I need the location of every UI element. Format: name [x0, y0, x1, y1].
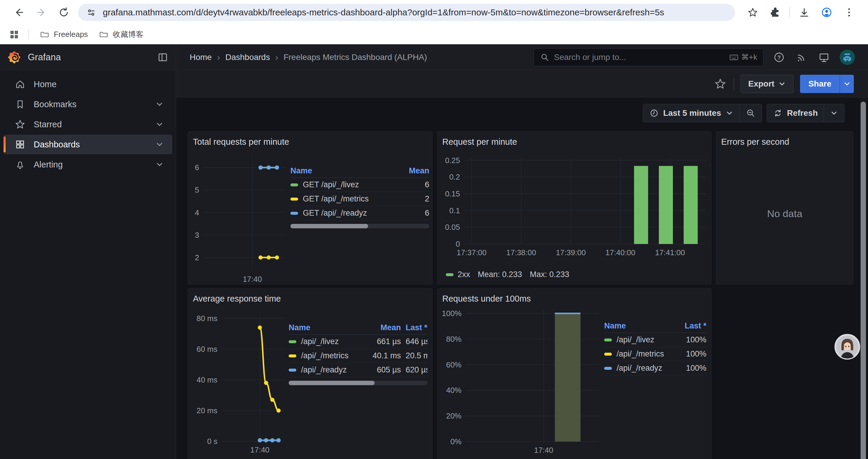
- series-color-swatch: [289, 369, 296, 371]
- chevron-down-icon: [830, 109, 838, 117]
- monitor-button[interactable]: [817, 51, 831, 64]
- refresh-button[interactable]: Refresh: [767, 104, 824, 122]
- legend-header-mean[interactable]: Mean: [356, 321, 401, 335]
- export-button[interactable]: Export: [741, 75, 794, 93]
- refresh-icon: [773, 108, 783, 118]
- star-icon: [14, 119, 26, 130]
- kebab-menu-icon: [843, 6, 855, 18]
- panel-requests-under-100ms[interactable]: Requests under 100ms 0%20%40%60%80%100%1…: [437, 288, 711, 459]
- sidebar-item-dashboards[interactable]: Dashboards: [4, 135, 172, 154]
- url-bar[interactable]: grafana.mathmast.com/d/deytv4rwavabkb/fr…: [78, 4, 735, 21]
- refresh-interval-dropdown[interactable]: [824, 104, 844, 122]
- bookmark-folder-blogs[interactable]: 收藏博客: [93, 27, 149, 42]
- series-color-swatch: [290, 198, 298, 201]
- series-color-swatch: [604, 367, 612, 370]
- legend-row-name[interactable]: GET /api/_/metrics: [290, 192, 397, 206]
- monitor-icon: [818, 51, 830, 64]
- legend-header-last[interactable]: Last *: [677, 319, 706, 333]
- chevron-down-icon: [155, 100, 164, 109]
- legend-header-name[interactable]: Name: [290, 164, 397, 178]
- time-picker-group: Last 5 minutes: [643, 104, 762, 122]
- sidebar-item-home[interactable]: Home: [4, 74, 172, 94]
- svg-text:17:37:00: 17:37:00: [457, 248, 487, 257]
- user-avatar[interactable]: [840, 50, 855, 65]
- refresh-group: Refresh: [767, 104, 844, 122]
- browser-profile-button[interactable]: [820, 6, 833, 19]
- toolbar-separator: [789, 7, 790, 18]
- time-range-picker[interactable]: Last 5 minutes: [643, 104, 740, 122]
- dashboard-toolbar: Export Share: [176, 70, 868, 97]
- active-accent-bar: [4, 136, 6, 153]
- sidebar-item-alerting[interactable]: Alerting: [4, 155, 172, 174]
- bookmark-label: Freeleaps: [54, 30, 88, 39]
- legend-row-mean: 661 µs: [356, 335, 401, 349]
- extensions-button[interactable]: [769, 6, 782, 19]
- chevron-down-icon: [155, 140, 164, 149]
- legend-row-name[interactable]: /api/_/readyz: [604, 361, 677, 375]
- breadcrumb-home[interactable]: Home: [190, 53, 212, 62]
- chevron-down-icon: [155, 160, 164, 169]
- svg-text:5: 5: [195, 186, 199, 194]
- mega-menu-toggle[interactable]: [157, 52, 169, 63]
- legend-row-name[interactable]: /api/_/livez: [289, 335, 356, 349]
- apps-grid-button[interactable]: [8, 29, 20, 40]
- legend-row-last: 646 µs: [401, 335, 428, 349]
- forward-button[interactable]: [35, 6, 48, 19]
- svg-text:17:40: 17:40: [243, 275, 262, 283]
- panel-errors-per-second[interactable]: Errors per second No data: [716, 131, 853, 285]
- favorite-star-button[interactable]: [713, 77, 727, 91]
- help-button[interactable]: ?: [772, 51, 786, 64]
- legend-row-name[interactable]: /api/_/livez: [604, 333, 677, 347]
- legend-row-name[interactable]: /api/_/readyz: [289, 363, 356, 377]
- legend-row-mean: 40.1 ms: [356, 349, 401, 363]
- forward-icon: [35, 6, 47, 18]
- legend-scrollbar[interactable]: [290, 224, 429, 228]
- legend-row-name[interactable]: /api/_/metrics: [289, 349, 356, 363]
- legend-item[interactable]: 2xx: [446, 270, 470, 279]
- legend-mean: Mean: 0.233: [478, 270, 522, 279]
- breadcrumb-dashboards[interactable]: Dashboards: [225, 53, 270, 62]
- legend-header-last[interactable]: Last *: [401, 321, 428, 335]
- svg-text:6: 6: [195, 163, 199, 172]
- legend-header-mean[interactable]: Mean: [397, 164, 429, 178]
- bookmark-folder-freeleaps[interactable]: Freeleaps: [34, 27, 93, 42]
- legend-table: Name Last * /api/_/livez 100% /api/_/met…: [604, 319, 706, 375]
- share-button[interactable]: Share: [800, 75, 840, 93]
- panel-average-response-time[interactable]: Average response time 0 s20 ms40 ms60 ms…: [188, 288, 433, 459]
- back-button[interactable]: [12, 6, 25, 19]
- legend-header-name[interactable]: Name: [289, 321, 356, 335]
- legend-row-name[interactable]: /api/_/metrics: [604, 347, 677, 361]
- floating-assistant-avatar[interactable]: [834, 334, 860, 360]
- search-input[interactable]: Search or jump to... ⌘+k: [533, 48, 764, 66]
- legend-scrollbar[interactable]: [289, 381, 428, 385]
- bookmark-star-button[interactable]: [746, 6, 759, 19]
- svg-text:80%: 80%: [446, 335, 462, 343]
- legend-header-name[interactable]: Name: [604, 319, 677, 333]
- sidebar-item-starred[interactable]: Starred: [4, 114, 172, 134]
- news-button[interactable]: [795, 51, 808, 64]
- zoom-out-button[interactable]: [740, 104, 762, 122]
- browser-menu-button[interactable]: [843, 6, 856, 19]
- zoom-out-icon: [746, 108, 756, 118]
- panel-total-requests-per-minute[interactable]: Total requests per minute 2345617:40 Nam…: [188, 131, 433, 285]
- browser-toolbar: grafana.mathmast.com/d/deytv4rwavabkb/fr…: [0, 0, 868, 25]
- panel-title: Requests under 100ms: [442, 293, 706, 304]
- chevron-down-icon: [725, 109, 734, 117]
- legend: 2xx Mean: 0.233 Max: 0.233: [446, 270, 706, 279]
- downloads-button[interactable]: [798, 6, 811, 19]
- rss-icon: [796, 52, 807, 63]
- page-scrollbar[interactable]: [861, 102, 866, 459]
- download-icon: [798, 6, 810, 18]
- search-placeholder: Search or jump to...: [554, 53, 729, 62]
- reload-button[interactable]: [57, 6, 70, 19]
- bookmark-label: 收藏博客: [113, 29, 144, 40]
- panel-request-per-minute[interactable]: Request per minute 00.050.10.150.20.2517…: [437, 131, 711, 285]
- legend-row-name[interactable]: GET /api/_/livez: [290, 178, 397, 192]
- panel-title: Total requests per minute: [193, 136, 428, 148]
- svg-text:2: 2: [195, 253, 199, 262]
- svg-text:40 ms: 40 ms: [196, 375, 217, 384]
- panel-title: Request per minute: [442, 136, 706, 148]
- sidebar-item-bookmarks[interactable]: Bookmarks: [4, 95, 172, 114]
- share-dropdown-button[interactable]: [840, 75, 854, 93]
- legend-row-name[interactable]: GET /api/_/readyz: [290, 206, 397, 220]
